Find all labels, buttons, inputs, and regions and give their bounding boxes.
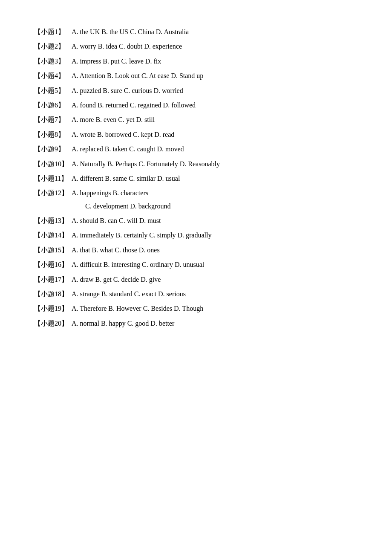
question-label-7: 【小题7】 [34, 113, 68, 126]
question-options-2: A. worry B. idea C. doubt D. experience [72, 40, 358, 53]
question-label-8: 【小题8】 [34, 128, 68, 141]
question-item-8: 【小题8】A. wrote B. borrowed C. kept D. rea… [34, 128, 358, 141]
question-item-12: 【小题12】A. happenings B. charactersC. deve… [34, 187, 358, 213]
question-options-9: A. replaced B. taken C. caught D. moved [72, 143, 358, 156]
question-options-19: A. Therefore B. However C. Besides D. Th… [72, 302, 358, 315]
question-label-1: 【小题1】 [34, 26, 68, 38]
question-item-15: 【小题15】A. that B. what C. those D. ones [34, 244, 358, 257]
question-options-4: A. Attention B. Look out C. At ease D. S… [72, 69, 358, 82]
question-item-2: 【小题2】A. worry B. idea C. doubt D. experi… [34, 40, 358, 53]
question-item-11: 【小题11】A. different B. same C. similar D.… [34, 172, 358, 185]
question-item-17: 【小题17】A. draw B. get C. decide D. give [34, 273, 358, 286]
question-item-4: 【小题4】A. Attention B. Look out C. At ease… [34, 69, 358, 82]
question-label-19: 【小题19】 [34, 302, 68, 315]
question-item-6: 【小题6】A. found B. returned C. regained D.… [34, 99, 358, 112]
question-item-9: 【小题9】A. replaced B. taken C. caught D. m… [34, 143, 358, 156]
question-options-5: A. puzzled B. sure C. curious D. worried [72, 84, 358, 97]
question-item-18: 【小题18】A. strange B. standard C. exact D.… [34, 288, 358, 301]
question-item-20: 【小题20】A. normal B. happy C. good D. bett… [34, 317, 358, 330]
question-item-16: 【小题16】A. difficult B. interesting C. ord… [34, 258, 358, 271]
question-item-13: 【小题13】A. should B. can C. will D. must [34, 214, 358, 227]
question-options-7: A. more B. even C. yet D. still [72, 113, 358, 126]
question-options-17: A. draw B. get C. decide D. give [72, 273, 358, 286]
question-label-13: 【小题13】 [34, 214, 68, 227]
question-options-18: A. strange B. standard C. exact D. serio… [72, 288, 358, 301]
question-label-14: 【小题14】 [34, 229, 68, 242]
question-label-2: 【小题2】 [34, 40, 68, 53]
question-label-5: 【小题5】 [34, 84, 68, 97]
question-label-17: 【小题17】 [34, 273, 68, 286]
question-options-10: A. Naturally B. Perhaps C. Fortunately D… [72, 158, 358, 171]
question-label-20: 【小题20】 [34, 317, 68, 330]
question-label-10: 【小题10】 [34, 158, 68, 171]
question-item-3: 【小题3】A. impress B. put C. leave D. fix [34, 55, 358, 68]
question-list: 【小题1】A. the UK B. the US C. China D. Aus… [34, 26, 358, 332]
question-label-4: 【小题4】 [34, 69, 68, 82]
question-label-3: 【小题3】 [34, 55, 68, 68]
question-options-11: A. different B. same C. similar D. usual [72, 172, 358, 185]
question-continuation-12: C. development D. background [34, 200, 170, 213]
question-options-6: A. found B. returned C. regained D. foll… [72, 99, 358, 112]
question-options-13: A. should B. can C. will D. must [72, 214, 358, 227]
question-label-18: 【小题18】 [34, 288, 68, 301]
question-options-1: A. the UK B. the US C. China D. Australi… [72, 26, 358, 38]
question-options-3: A. impress B. put C. leave D. fix [72, 55, 358, 68]
question-label-15: 【小题15】 [34, 244, 68, 257]
question-item-10: 【小题10】A. Naturally B. Perhaps C. Fortuna… [34, 158, 358, 171]
question-label-11: 【小题11】 [34, 172, 68, 185]
question-options-8: A. wrote B. borrowed C. kept D. read [72, 128, 358, 141]
question-item-1: 【小题1】A. the UK B. the US C. China D. Aus… [34, 26, 358, 38]
question-label-16: 【小题16】 [34, 258, 68, 271]
question-item-5: 【小题5】A. puzzled B. sure C. curious D. wo… [34, 84, 358, 97]
question-item-19: 【小题19】A. Therefore B. However C. Besides… [34, 302, 358, 315]
question-label-12: 【小题12】 [34, 187, 68, 199]
question-options-15: A. that B. what C. those D. ones [72, 244, 358, 257]
question-options-16: A. difficult B. interesting C. ordinary … [72, 258, 358, 271]
question-item-7: 【小题7】A. more B. even C. yet D. still [34, 113, 358, 126]
question-label-6: 【小题6】 [34, 99, 68, 112]
question-options-14: A. immediately B. certainly C. simply D.… [72, 229, 358, 242]
question-options-12: A. happenings B. characters [72, 187, 148, 199]
question-item-14: 【小题14】A. immediately B. certainly C. sim… [34, 229, 358, 242]
question-options-20: A. normal B. happy C. good D. better [72, 317, 358, 330]
question-label-9: 【小题9】 [34, 143, 68, 156]
